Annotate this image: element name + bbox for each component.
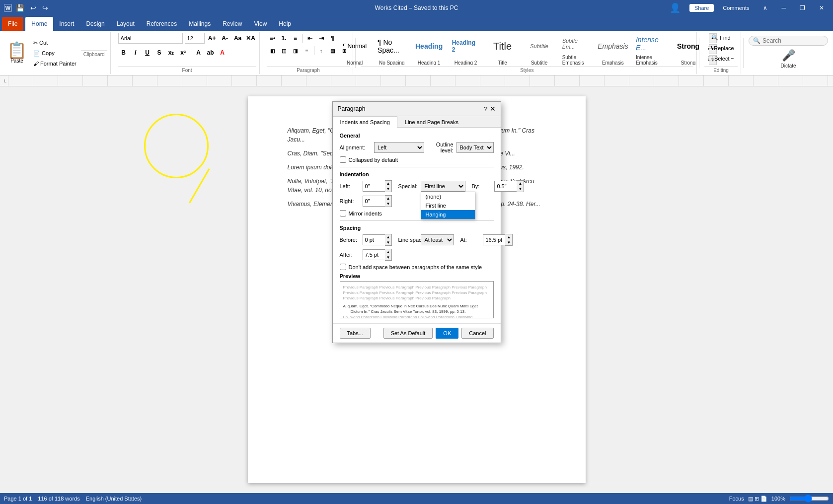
search-box[interactable]: 🔍 [749,36,828,46]
underline-button[interactable]: U [142,47,153,58]
tab-file[interactable]: File [2,17,23,31]
superscript-button[interactable]: x² [178,47,189,58]
tab-view[interactable]: View [248,17,273,31]
left-spin-up[interactable]: ▲ [385,181,392,186]
outline-level-select[interactable]: Body Text Level 1 [456,142,494,153]
style-intense-e[interactable]: Intense E... Intense Emphasis [632,33,669,65]
bullets-button[interactable]: ≡• [267,33,278,44]
tab-help[interactable]: Help [273,17,297,31]
tab-references[interactable]: References [141,17,183,31]
style-strong[interactable]: Strong Strong [671,33,706,65]
strikethrough-button[interactable]: S [154,47,165,58]
highlight-color-button[interactable]: ab [205,47,216,58]
font-size-input[interactable] [185,33,205,44]
font-name-input[interactable] [118,33,183,44]
tab-mailings[interactable]: Mailings [183,17,217,31]
qat-undo-button[interactable]: ↩ [28,3,38,13]
focus-label[interactable]: Focus [729,496,744,502]
maximize-button[interactable]: ❐ [795,2,810,13]
tab-home[interactable]: Home [25,17,53,31]
style-heading1[interactable]: Heading Heading 1 [412,33,447,65]
align-center-button[interactable]: ◫ [279,45,290,56]
dictate-button[interactable]: 🎤 Dictate [773,48,803,70]
style-no-spacing[interactable]: ¶ No Spac... No Spacing [374,33,410,65]
qat-save-button[interactable]: 💾 [14,3,26,13]
style-emphasis[interactable]: Emphasis Emphasis [596,33,630,65]
justify-button[interactable]: ≡ [302,45,312,56]
comments-button[interactable]: Comments [718,3,754,13]
align-left-button[interactable]: ◧ [267,45,278,56]
set-default-button[interactable]: Set As Default [383,328,433,339]
after-spin-down[interactable]: ▼ [385,255,392,260]
after-input[interactable] [363,249,385,260]
zoom-slider[interactable] [789,495,829,503]
before-input[interactable] [363,234,385,245]
by-spin-down[interactable]: ▼ [517,186,524,192]
right-spin-down[interactable]: ▼ [385,201,392,207]
share-button[interactable]: Share [689,4,714,12]
by-input[interactable] [494,181,517,192]
align-right-button[interactable]: ◨ [290,45,301,56]
special-option-none[interactable]: (none) [421,192,475,201]
dialog-help-button[interactable]: ? [484,105,487,113]
grow-font-button[interactable]: A+ [207,33,218,44]
search-input[interactable] [762,37,833,44]
shrink-font-button[interactable]: A- [220,33,230,44]
replace-button[interactable]: ⇄ Replace [705,43,736,53]
special-select[interactable]: (none) First line Hanging [421,181,465,192]
by-spin-up[interactable]: ▲ [517,181,524,186]
tab-line-breaks[interactable]: Line and Page Breaks [397,116,466,128]
tab-indents-spacing[interactable]: Indents and Spacing [333,116,397,128]
ok-button[interactable]: OK [436,328,458,339]
collapsed-checkbox[interactable] [340,156,346,163]
italic-button[interactable]: I [130,47,141,58]
before-spin-down[interactable]: ▼ [385,240,392,245]
paste-button[interactable]: 📋 Paste [5,40,29,66]
tabs-button[interactable]: Tabs... [340,328,371,339]
font-color-button[interactable]: A [217,47,228,58]
cut-button[interactable]: ✂ Cut [31,38,79,48]
left-input[interactable] [363,181,385,192]
special-option-hanging[interactable]: Hanging [421,210,475,219]
close-button[interactable]: ✕ [814,2,829,13]
tab-insert[interactable]: Insert [53,17,80,31]
ribbon-toggle-button[interactable]: ∧ [758,2,772,13]
mirror-indents-checkbox[interactable] [340,210,346,216]
change-case-button[interactable]: Aa [232,33,243,44]
bold-button[interactable]: B [118,47,129,58]
before-spin-up[interactable]: ▲ [385,234,392,240]
format-painter-button[interactable]: 🖌 Format Painter [31,59,79,68]
shading-button[interactable]: ▤ [327,45,338,56]
tab-review[interactable]: Review [217,17,248,31]
minimize-button[interactable]: ─ [776,2,791,13]
at-spin-up[interactable]: ▲ [505,234,512,240]
at-input[interactable] [483,234,505,245]
dialog-close-button[interactable]: ✕ [490,105,496,113]
qat-redo-button[interactable]: ↪ [40,3,50,13]
style-subtitle[interactable]: Subtitle Subtitle [522,33,557,65]
no-add-space-checkbox[interactable] [340,264,346,270]
special-option-first-line[interactable]: First line [421,201,475,210]
copy-button[interactable]: 📄 Copy [31,49,79,58]
after-spin-up[interactable]: ▲ [385,249,392,255]
at-spin-down[interactable]: ▼ [505,240,512,245]
cancel-button[interactable]: Cancel [461,328,493,339]
style-heading2[interactable]: Heading 2 Heading 2 [449,33,483,65]
tab-layout[interactable]: Layout [111,17,141,31]
left-spin-down[interactable]: ▼ [385,186,392,192]
style-subtle-em[interactable]: Subtle Em... Subtle Emphasis [559,33,594,65]
subscript-button[interactable]: x₂ [166,47,177,58]
show-marks-button[interactable]: ¶ [327,33,338,44]
numbering-button[interactable]: 1. [279,33,290,44]
decrease-indent-button[interactable]: ⇤ [304,33,315,44]
alignment-select[interactable]: Left Centered Right Justified [374,142,424,153]
tab-design[interactable]: Design [80,17,110,31]
select-button[interactable]: ⬚ Select ~ [705,54,737,63]
line-spacing-button[interactable]: ↕ [316,45,327,56]
find-button[interactable]: 🔍 Find [709,33,733,42]
clear-format-button[interactable]: ✕A [245,33,256,44]
increase-indent-button[interactable]: ⇥ [316,33,327,44]
line-spacing-select[interactable]: Single 1.5 lines Double At least Exactly… [421,234,454,245]
right-spin-up[interactable]: ▲ [385,196,392,201]
account-icon[interactable]: 👤 [665,0,685,15]
